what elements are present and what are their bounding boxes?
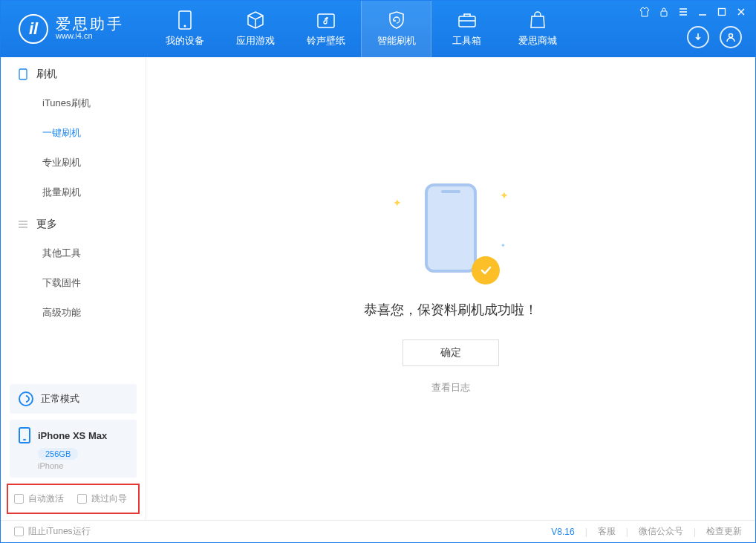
status-card[interactable]: 正常模式 xyxy=(10,384,137,414)
list-icon xyxy=(17,218,29,230)
brand-name: 爱思助手 xyxy=(56,16,124,31)
svg-rect-5 xyxy=(719,9,726,16)
device-name: iPhone XS Max xyxy=(38,430,107,441)
footer-update-link[interactable]: 检查更新 xyxy=(706,525,742,538)
tab-store[interactable]: 爱思商城 xyxy=(502,1,573,57)
music-folder-icon xyxy=(316,10,336,30)
success-graphic: ✦ ✦ ✦ xyxy=(406,183,495,280)
checkbox-label: 自动激活 xyxy=(28,492,64,505)
option-highlight-box: 自动激活 跳过向导 xyxy=(7,484,140,514)
device-phone-icon xyxy=(19,427,30,443)
checkbox-auto-activate[interactable]: 自动激活 xyxy=(14,492,64,505)
footer-support-link[interactable]: 客服 xyxy=(598,525,616,538)
sidebar-item-firmware[interactable]: 下载固件 xyxy=(1,268,146,298)
download-button[interactable] xyxy=(687,26,709,48)
menu-icon[interactable] xyxy=(677,5,690,19)
main-tabs: 我的设备 应用游戏 铃声壁纸 智能刷机 工具箱 爱思商城 xyxy=(149,1,573,57)
sidebar-item-batch[interactable]: 批量刷机 xyxy=(1,178,146,207)
group-title: 刷机 xyxy=(36,68,57,81)
user-button[interactable] xyxy=(720,26,742,48)
sidebar-item-other[interactable]: 其他工具 xyxy=(1,238,146,268)
sidebar-item-pro[interactable]: 专业刷机 xyxy=(1,148,146,178)
checkbox-skip-wizard[interactable]: 跳过向导 xyxy=(77,492,127,505)
status-label: 正常模式 xyxy=(41,392,79,406)
main-content: ✦ ✦ ✦ 恭喜您，保资料刷机成功啦！ 确定 查看日志 xyxy=(146,57,755,520)
svg-point-1 xyxy=(183,25,186,27)
logo: il 爱思助手 www.i4.cn xyxy=(1,14,149,44)
tab-label: 我的设备 xyxy=(166,34,204,48)
view-log-link[interactable]: 查看日志 xyxy=(431,381,470,394)
shirt-icon[interactable] xyxy=(638,5,651,19)
footer-wechat-link[interactable]: 微信公众号 xyxy=(639,525,683,538)
sidebar: 刷机 iTunes刷机 一键刷机 专业刷机 批量刷机 更多 其他工具 下载固件 … xyxy=(1,57,146,520)
phone-outline-icon xyxy=(17,68,29,80)
sparkle-icon: ✦ xyxy=(500,189,509,201)
svg-rect-3 xyxy=(459,16,475,27)
footer: 阻止iTunes运行 V8.16 | 客服 | 微信公众号 | 检查更新 xyxy=(1,520,755,542)
cube-icon xyxy=(246,10,265,30)
checkbox-stop-itunes[interactable]: 阻止iTunes运行 xyxy=(14,525,91,538)
checkbox-label: 阻止iTunes运行 xyxy=(28,525,91,538)
tab-ringtone[interactable]: 铃声壁纸 xyxy=(290,1,361,57)
device-card[interactable]: iPhone XS Max 256GB iPhone xyxy=(10,420,137,478)
version-label: V8.16 xyxy=(551,527,574,537)
ok-button[interactable]: 确定 xyxy=(403,339,499,366)
window-controls xyxy=(638,5,748,19)
svg-rect-7 xyxy=(19,69,27,79)
tab-device[interactable]: 我的设备 xyxy=(149,1,220,57)
lock-icon[interactable] xyxy=(657,5,671,19)
success-message: 恭喜您，保资料刷机成功啦！ xyxy=(364,301,538,319)
device-type: iPhone xyxy=(38,461,128,470)
tab-label: 工具箱 xyxy=(452,34,481,48)
checkbox-label: 跳过向导 xyxy=(91,492,127,505)
tab-tools[interactable]: 工具箱 xyxy=(431,1,502,57)
sidebar-item-oneclick[interactable]: 一键刷机 xyxy=(1,118,146,148)
app-header: il 爱思助手 www.i4.cn 我的设备 应用游戏 铃声壁纸 智能刷机 工具… xyxy=(1,1,755,57)
check-badge-icon xyxy=(472,256,500,284)
phone-icon xyxy=(175,10,195,30)
sidebar-item-itunes[interactable]: iTunes刷机 xyxy=(1,88,146,118)
toolbox-icon xyxy=(457,10,477,30)
sidebar-group-flash: 刷机 xyxy=(1,57,146,88)
sidebar-group-more: 更多 xyxy=(1,207,146,238)
maximize-icon[interactable] xyxy=(715,5,729,19)
svg-point-6 xyxy=(729,34,733,38)
device-storage: 256GB xyxy=(38,448,78,460)
svg-rect-4 xyxy=(661,11,667,16)
sidebar-item-advanced[interactable]: 高级功能 xyxy=(1,298,146,328)
svg-rect-2 xyxy=(318,14,334,27)
bag-icon xyxy=(528,10,547,30)
tab-apps[interactable]: 应用游戏 xyxy=(220,1,290,57)
status-icon xyxy=(19,391,33,406)
brand-url: www.i4.cn xyxy=(56,31,124,41)
sparkle-icon: ✦ xyxy=(501,242,506,249)
tab-label: 智能刷机 xyxy=(377,34,416,48)
tab-flash[interactable]: 智能刷机 xyxy=(361,1,431,57)
tab-label: 应用游戏 xyxy=(236,34,275,48)
group-title: 更多 xyxy=(36,218,57,231)
close-icon[interactable] xyxy=(734,5,748,19)
sparkle-icon: ✦ xyxy=(393,197,402,209)
minimize-icon[interactable] xyxy=(696,5,709,19)
tab-label: 爱思商城 xyxy=(518,34,557,48)
refresh-shield-icon xyxy=(387,10,406,30)
logo-icon: il xyxy=(19,14,48,44)
tab-label: 铃声壁纸 xyxy=(307,34,345,48)
